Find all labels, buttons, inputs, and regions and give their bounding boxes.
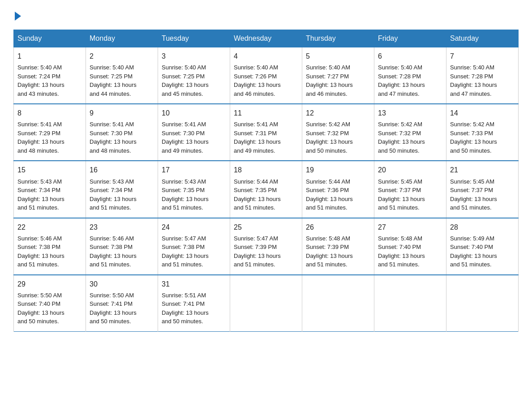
header-saturday: Saturday [446,30,519,47]
calendar-cell: 20Sunrise: 5:45 AMSunset: 7:37 PMDayligh… [374,161,446,218]
day-info: Sunrise: 5:42 AMSunset: 7:32 PMDaylight:… [306,120,370,155]
calendar-cell [302,275,374,332]
day-number: 21 [450,165,515,175]
calendar-table: Sunday Monday Tuesday Wednesday Thursday… [13,30,519,332]
calendar-cell: 22Sunrise: 5:46 AMSunset: 7:38 PMDayligh… [14,218,86,275]
day-number: 11 [234,108,298,118]
day-number: 18 [234,165,298,175]
day-number: 1 [17,51,82,61]
calendar-cell: 28Sunrise: 5:49 AMSunset: 7:40 PMDayligh… [446,218,519,275]
day-info: Sunrise: 5:40 AMSunset: 7:25 PMDaylight:… [162,63,226,98]
day-number: 26 [306,222,370,232]
calendar-cell: 27Sunrise: 5:48 AMSunset: 7:40 PMDayligh… [374,218,446,275]
day-number: 24 [162,222,226,232]
calendar-cell: 12Sunrise: 5:42 AMSunset: 7:32 PMDayligh… [302,104,374,161]
calendar-cell [374,275,446,332]
day-number: 22 [17,222,82,232]
day-number: 8 [17,108,82,118]
day-info: Sunrise: 5:40 AMSunset: 7:28 PMDaylight:… [378,63,442,98]
day-info: Sunrise: 5:48 AMSunset: 7:39 PMDaylight:… [306,234,370,269]
day-number: 2 [90,51,154,61]
day-info: Sunrise: 5:43 AMSunset: 7:35 PMDaylight:… [162,177,226,212]
day-number: 23 [90,222,154,232]
day-number: 14 [450,108,515,118]
calendar-cell [230,275,302,332]
day-info: Sunrise: 5:43 AMSunset: 7:34 PMDaylight:… [90,177,154,212]
header-row: Sunday Monday Tuesday Wednesday Thursday… [14,30,519,47]
calendar-cell: 24Sunrise: 5:47 AMSunset: 7:38 PMDayligh… [158,218,230,275]
day-number: 7 [450,51,515,61]
day-info: Sunrise: 5:41 AMSunset: 7:31 PMDaylight:… [234,120,298,155]
calendar-cell: 15Sunrise: 5:43 AMSunset: 7:34 PMDayligh… [14,161,86,218]
calendar-week-row: 8Sunrise: 5:41 AMSunset: 7:29 PMDaylight… [14,104,519,161]
calendar-cell: 13Sunrise: 5:42 AMSunset: 7:32 PMDayligh… [374,104,446,161]
header-thursday: Thursday [302,30,374,47]
day-info: Sunrise: 5:40 AMSunset: 7:25 PMDaylight:… [90,63,154,98]
day-number: 15 [17,165,82,175]
calendar-cell: 6Sunrise: 5:40 AMSunset: 7:28 PMDaylight… [374,47,446,104]
calendar-cell: 26Sunrise: 5:48 AMSunset: 7:39 PMDayligh… [302,218,374,275]
header-tuesday: Tuesday [158,30,230,47]
day-info: Sunrise: 5:44 AMSunset: 7:36 PMDaylight:… [306,177,370,212]
calendar-header: Sunday Monday Tuesday Wednesday Thursday… [14,30,519,47]
calendar-cell: 9Sunrise: 5:41 AMSunset: 7:30 PMDaylight… [86,104,158,161]
day-number: 31 [162,279,226,289]
calendar-cell: 3Sunrise: 5:40 AMSunset: 7:25 PMDaylight… [158,47,230,104]
logo [13,9,21,21]
day-number: 27 [378,222,442,232]
day-number: 9 [90,108,154,118]
day-info: Sunrise: 5:50 AMSunset: 7:41 PMDaylight:… [90,291,154,326]
day-info: Sunrise: 5:48 AMSunset: 7:40 PMDaylight:… [378,234,442,269]
calendar-cell: 10Sunrise: 5:41 AMSunset: 7:30 PMDayligh… [158,104,230,161]
calendar-cell: 7Sunrise: 5:40 AMSunset: 7:28 PMDaylight… [446,47,519,104]
calendar-week-row: 22Sunrise: 5:46 AMSunset: 7:38 PMDayligh… [14,218,519,275]
day-info: Sunrise: 5:50 AMSunset: 7:40 PMDaylight:… [17,291,82,326]
calendar-cell: 31Sunrise: 5:51 AMSunset: 7:41 PMDayligh… [158,275,230,332]
day-info: Sunrise: 5:40 AMSunset: 7:24 PMDaylight:… [17,63,82,98]
calendar-cell: 1Sunrise: 5:40 AMSunset: 7:24 PMDaylight… [14,47,86,104]
calendar-cell: 23Sunrise: 5:46 AMSunset: 7:38 PMDayligh… [86,218,158,275]
day-number: 19 [306,165,370,175]
day-info: Sunrise: 5:42 AMSunset: 7:32 PMDaylight:… [378,120,442,155]
day-info: Sunrise: 5:40 AMSunset: 7:26 PMDaylight:… [234,63,298,98]
day-info: Sunrise: 5:47 AMSunset: 7:39 PMDaylight:… [234,234,298,269]
header-wednesday: Wednesday [230,30,302,47]
calendar-cell: 5Sunrise: 5:40 AMSunset: 7:27 PMDaylight… [302,47,374,104]
header-friday: Friday [374,30,446,47]
day-info: Sunrise: 5:40 AMSunset: 7:27 PMDaylight:… [306,63,370,98]
day-number: 30 [90,279,154,289]
day-info: Sunrise: 5:46 AMSunset: 7:38 PMDaylight:… [90,234,154,269]
header-monday: Monday [86,30,158,47]
calendar-cell [446,275,519,332]
day-info: Sunrise: 5:41 AMSunset: 7:30 PMDaylight:… [90,120,154,155]
calendar-cell: 29Sunrise: 5:50 AMSunset: 7:40 PMDayligh… [14,275,86,332]
calendar-cell: 8Sunrise: 5:41 AMSunset: 7:29 PMDaylight… [14,104,86,161]
day-info: Sunrise: 5:47 AMSunset: 7:38 PMDaylight:… [162,234,226,269]
day-info: Sunrise: 5:46 AMSunset: 7:38 PMDaylight:… [17,234,82,269]
day-info: Sunrise: 5:41 AMSunset: 7:29 PMDaylight:… [17,120,82,155]
day-number: 3 [162,51,226,61]
day-info: Sunrise: 5:49 AMSunset: 7:40 PMDaylight:… [450,234,515,269]
logo-arrow-icon [15,12,21,21]
day-info: Sunrise: 5:40 AMSunset: 7:28 PMDaylight:… [450,63,515,98]
day-info: Sunrise: 5:42 AMSunset: 7:33 PMDaylight:… [450,120,515,155]
day-number: 20 [378,165,442,175]
day-number: 6 [378,51,442,61]
day-number: 25 [234,222,298,232]
calendar-body: 1Sunrise: 5:40 AMSunset: 7:24 PMDaylight… [14,47,519,332]
day-info: Sunrise: 5:44 AMSunset: 7:35 PMDaylight:… [234,177,298,212]
day-number: 12 [306,108,370,118]
calendar-week-row: 15Sunrise: 5:43 AMSunset: 7:34 PMDayligh… [14,161,519,218]
calendar-cell: 21Sunrise: 5:45 AMSunset: 7:37 PMDayligh… [446,161,519,218]
day-number: 29 [17,279,82,289]
calendar-cell: 14Sunrise: 5:42 AMSunset: 7:33 PMDayligh… [446,104,519,161]
calendar-cell: 2Sunrise: 5:40 AMSunset: 7:25 PMDaylight… [86,47,158,104]
calendar-cell: 18Sunrise: 5:44 AMSunset: 7:35 PMDayligh… [230,161,302,218]
calendar-cell: 30Sunrise: 5:50 AMSunset: 7:41 PMDayligh… [86,275,158,332]
calendar-cell: 11Sunrise: 5:41 AMSunset: 7:31 PMDayligh… [230,104,302,161]
page-header [13,9,519,21]
calendar-cell: 25Sunrise: 5:47 AMSunset: 7:39 PMDayligh… [230,218,302,275]
calendar-cell: 4Sunrise: 5:40 AMSunset: 7:26 PMDaylight… [230,47,302,104]
day-info: Sunrise: 5:43 AMSunset: 7:34 PMDaylight:… [17,177,82,212]
calendar-cell: 17Sunrise: 5:43 AMSunset: 7:35 PMDayligh… [158,161,230,218]
